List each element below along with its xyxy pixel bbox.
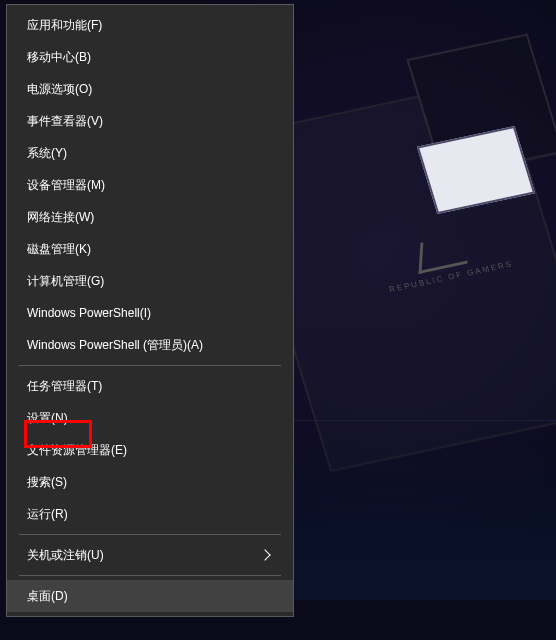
menu-item-apps-features[interactable]: 应用和功能(F): [7, 9, 293, 41]
menu-item-mobility-center[interactable]: 移动中心(B): [7, 41, 293, 73]
menu-label: 文件资源管理器(E): [27, 442, 127, 458]
winx-context-menu: 应用和功能(F) 移动中心(B) 电源选项(O) 事件查看器(V) 系统(Y) …: [6, 4, 294, 617]
menu-item-desktop[interactable]: 桌面(D): [7, 580, 293, 612]
menu-item-system[interactable]: 系统(Y): [7, 137, 293, 169]
menu-label: 桌面(D): [27, 588, 68, 604]
menu-label: 设置(N): [27, 410, 68, 426]
menu-separator: [19, 365, 281, 366]
menu-label: Windows PowerShell(I): [27, 305, 151, 321]
rog-logo-icon: [419, 233, 470, 274]
menu-label: 磁盘管理(K): [27, 241, 91, 257]
menu-label: 网络连接(W): [27, 209, 94, 225]
menu-label: 运行(R): [27, 506, 68, 522]
menu-item-power-options[interactable]: 电源选项(O): [7, 73, 293, 105]
chevron-right-icon: [259, 549, 270, 560]
menu-label: 计算机管理(G): [27, 273, 104, 289]
menu-item-run[interactable]: 运行(R): [7, 498, 293, 530]
menu-label: 电源选项(O): [27, 81, 92, 97]
menu-item-task-manager[interactable]: 任务管理器(T): [7, 370, 293, 402]
menu-label: 移动中心(B): [27, 49, 91, 65]
menu-item-powershell-admin[interactable]: Windows PowerShell (管理员)(A): [7, 329, 293, 361]
menu-label: 关机或注销(U): [27, 547, 104, 563]
menu-label: 搜索(S): [27, 474, 67, 490]
menu-item-shutdown-signout[interactable]: 关机或注销(U): [7, 539, 293, 571]
menu-label: 系统(Y): [27, 145, 67, 161]
menu-item-search[interactable]: 搜索(S): [7, 466, 293, 498]
menu-separator: [19, 534, 281, 535]
menu-item-network-connections[interactable]: 网络连接(W): [7, 201, 293, 233]
menu-label: 应用和功能(F): [27, 17, 102, 33]
menu-item-device-manager[interactable]: 设备管理器(M): [7, 169, 293, 201]
menu-item-file-explorer[interactable]: 文件资源管理器(E): [7, 434, 293, 466]
menu-separator: [19, 575, 281, 576]
menu-item-powershell[interactable]: Windows PowerShell(I): [7, 297, 293, 329]
menu-item-settings[interactable]: 设置(N): [7, 402, 293, 434]
menu-item-event-viewer[interactable]: 事件查看器(V): [7, 105, 293, 137]
menu-label: 设备管理器(M): [27, 177, 105, 193]
menu-item-disk-management[interactable]: 磁盘管理(K): [7, 233, 293, 265]
menu-label: 任务管理器(T): [27, 378, 102, 394]
menu-label: 事件查看器(V): [27, 113, 103, 129]
bg-bottom-decorative: [256, 420, 556, 600]
menu-item-computer-management[interactable]: 计算机管理(G): [7, 265, 293, 297]
menu-label: Windows PowerShell (管理员)(A): [27, 337, 203, 353]
